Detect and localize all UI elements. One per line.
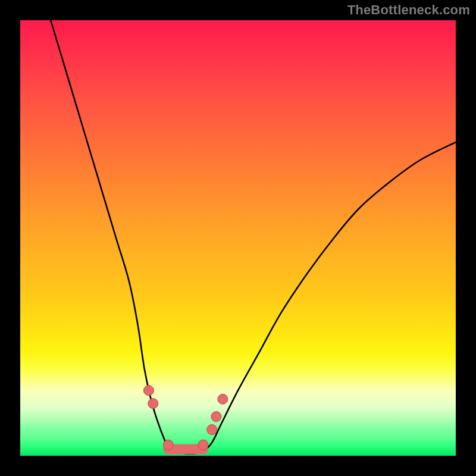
valley-dot-1 bbox=[163, 440, 173, 450]
right-dot-upper bbox=[218, 394, 228, 404]
right-dot-lower bbox=[207, 425, 217, 435]
watermark-text: TheBottleneck.com bbox=[347, 2, 470, 18]
right-dot-mid bbox=[211, 412, 221, 422]
valley-dot-3 bbox=[198, 440, 208, 450]
bottleneck-curve bbox=[51, 20, 456, 454]
bottleneck-curve-svg bbox=[20, 20, 456, 456]
chart-frame: TheBottleneck.com bbox=[0, 0, 476, 476]
plot-area bbox=[20, 20, 456, 456]
left-dot-upper bbox=[143, 386, 154, 396]
left-dot-lower bbox=[148, 399, 158, 409]
